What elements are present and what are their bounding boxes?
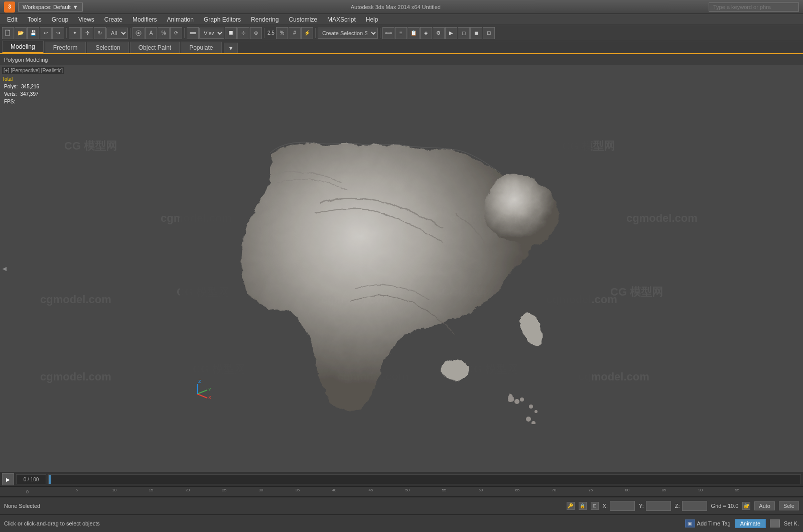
snap-spinner-btn[interactable]: ⟳ [170, 27, 182, 39]
tick-90: 90 [698, 488, 703, 492]
open-btn[interactable]: 📂 [15, 27, 27, 39]
menu-group[interactable]: Group [47, 15, 73, 24]
toolbar-misc-group: ⟺ ≡ 📋 ◈ ⚙ ▶ ◻ ◼ ⊡ [382, 27, 495, 39]
viewport-label[interactable]: [+] [Perspective] [Realistic] [2, 67, 64, 74]
extra-btn3[interactable]: ⊡ [483, 27, 495, 39]
tab-object-paint[interactable]: Object Paint [130, 42, 180, 53]
tab-selection[interactable]: Selection [87, 42, 128, 53]
ruler-start: 0 [24, 489, 46, 494]
viewport-left-arrow[interactable]: ◄ [1, 264, 8, 273]
tick-45: 45 [368, 488, 373, 492]
new-btn[interactable] [2, 27, 14, 39]
ruler-ticks: 5 10 15 20 25 30 35 40 45 50 55 60 65 70… [46, 487, 779, 496]
z-input[interactable] [682, 501, 707, 511]
tab-freeform[interactable]: Freeform [45, 42, 86, 53]
material-btn[interactable]: ◈ [420, 27, 432, 39]
svg-point-9 [514, 399, 519, 404]
menu-create[interactable]: Create [99, 15, 127, 24]
all-dropdown[interactable]: All [106, 28, 128, 39]
view-btn4[interactable]: ⊕ [250, 27, 262, 39]
svg-point-13 [526, 417, 531, 422]
redo-btn[interactable]: ↪ [52, 27, 64, 39]
sep1 [66, 28, 67, 38]
menu-edit[interactable]: Edit [2, 15, 23, 24]
svg-point-10 [520, 397, 524, 402]
menu-rendering[interactable]: Rendering [246, 15, 284, 24]
svg-marker-1 [9, 30, 10, 31]
layer-btn[interactable]: 📋 [408, 27, 420, 39]
undo-btn[interactable]: ↩ [40, 27, 52, 39]
view-btn2[interactable]: 🔲 [225, 27, 237, 39]
create-selection-dropdown[interactable]: Create Selection S [318, 28, 378, 39]
extra-btn2[interactable]: ◼ [470, 27, 482, 39]
align-btn[interactable]: ≡ [395, 27, 407, 39]
timeline-track[interactable] [48, 474, 801, 484]
svg-point-3 [138, 32, 140, 34]
snap-angle-btn[interactable]: A [145, 27, 157, 39]
menu-modifiers[interactable]: Modifiers [127, 15, 162, 24]
app-logo: 3 [4, 2, 15, 13]
y-input[interactable] [646, 501, 671, 511]
sep5 [315, 28, 316, 38]
tab-modeling[interactable]: Modeling [2, 41, 44, 53]
title-bar: 3 Workspace: Default ▼ Autodesk 3ds Max … [0, 0, 803, 14]
menu-views[interactable]: Views [73, 15, 99, 24]
sym-btn[interactable]: ⚡ [301, 27, 313, 39]
verts-stat: Verts: 347,397 [2, 90, 39, 98]
sep4 [264, 28, 264, 38]
key-icon[interactable]: 🔑 [567, 502, 575, 510]
tick-55: 55 [442, 488, 446, 492]
key-mode-icon[interactable] [770, 519, 780, 527]
tick-10: 10 [112, 488, 116, 492]
snap-percent-btn[interactable]: % [158, 27, 170, 39]
menu-help[interactable]: Help [361, 15, 383, 24]
watermark-13: cgmodel.com [40, 370, 111, 383]
mirror-btn[interactable]: ⟺ [382, 27, 394, 39]
auto-button[interactable]: Auto [754, 501, 775, 510]
render-setup-btn[interactable]: ⚙ [433, 27, 445, 39]
tick-80: 80 [625, 488, 629, 492]
tick-5: 5 [75, 488, 77, 492]
time-tag-icon[interactable]: ▣ [685, 519, 695, 527]
select-tool[interactable]: ✦ [69, 27, 81, 39]
filter-icon[interactable]: ⊡ [591, 502, 599, 510]
num-btn[interactable]: # [289, 27, 301, 39]
add-time-tag-label: Add Time Tag [697, 520, 731, 526]
add-time-tag-group: ▣ Add Time Tag [685, 519, 731, 527]
x-input[interactable] [610, 501, 635, 511]
play-button[interactable]: ▶ [2, 473, 14, 485]
save-btn[interactable]: 💾 [27, 27, 39, 39]
menu-customize[interactable]: Customize [284, 15, 322, 24]
menu-maxscript[interactable]: MAXScript [322, 15, 361, 24]
svg-point-12 [534, 410, 538, 413]
move-tool[interactable]: ✣ [81, 27, 93, 39]
snap-btn[interactable] [132, 27, 145, 39]
extra-btn1[interactable]: ◻ [458, 27, 470, 39]
tab-populate[interactable]: Populate [181, 42, 221, 53]
watermark-12: CG 模型网 [610, 285, 663, 300]
timeline-range[interactable]: 0 / 100 [16, 474, 46, 484]
search-input[interactable] [709, 3, 799, 12]
viewport[interactable]: [+] [Perspective] [Realistic] Total Poly… [0, 65, 803, 472]
view-dropdown[interactable]: View [199, 28, 224, 39]
sep6 [380, 28, 380, 38]
total-label: Total [2, 75, 39, 83]
set-key-label: Set K. [784, 520, 799, 526]
ribbon-more-btn[interactable]: ▼ [224, 43, 238, 53]
view-align-btn[interactable] [187, 27, 199, 39]
render-btn[interactable]: ▶ [445, 27, 457, 39]
percentage-label: 2.5 [267, 30, 275, 36]
select-filter-button[interactable]: Sele [779, 501, 799, 510]
lock-icon[interactable]: 🔒 [579, 502, 587, 510]
workspace-button[interactable]: Workspace: Default ▼ [18, 3, 83, 12]
tick-85: 85 [661, 488, 666, 492]
view-btn3[interactable]: ⊹ [237, 27, 249, 39]
animate-button[interactable]: Animate [735, 519, 766, 528]
menu-tools[interactable]: Tools [23, 15, 47, 24]
padlock-icon[interactable]: 🔐 [742, 502, 750, 510]
pct-btn[interactable]: % [276, 27, 288, 39]
rotate-tool[interactable]: ↻ [94, 27, 106, 39]
info-bar: Click or click-and-drag to select object… [0, 514, 803, 532]
menu-graph-editors[interactable]: Graph Editors [199, 15, 246, 24]
menu-animation[interactable]: Animation [162, 15, 199, 24]
